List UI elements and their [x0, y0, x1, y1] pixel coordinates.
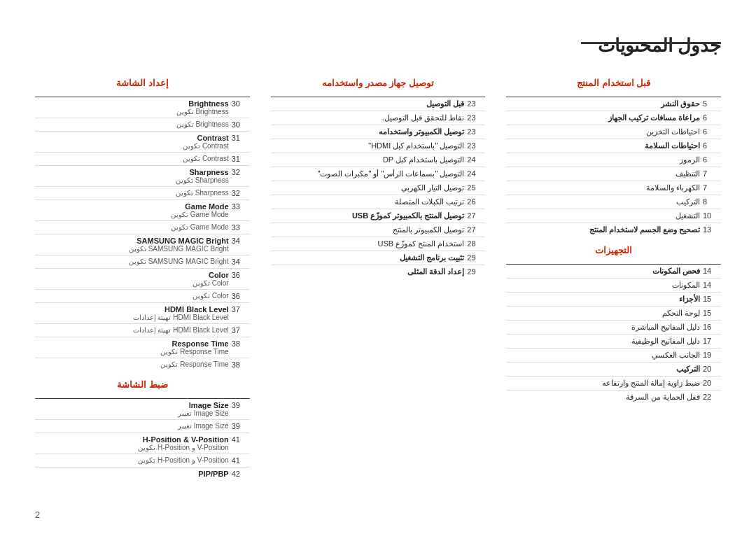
table-row: 6 احتياطات السلامة — [506, 139, 721, 153]
table-row: 33 Game Mode تكوين — [35, 221, 250, 234]
section-title-setup: إعداد الشاشة — [35, 78, 250, 91]
table-row: 38 Response Time Response Time تكوين — [35, 337, 250, 358]
table-row: 32 Sharpness Sharpness تكوين — [35, 166, 250, 187]
table-row: 22 قفل الحماية من السرقة — [506, 391, 721, 405]
section-screen-adjust: ضبط الشاشة 39 Image Size Image Size تغيي… — [35, 379, 250, 480]
right-column: قبل استخدام المنتج 5 حقوق النشر 6 مراعاة… — [506, 78, 721, 480]
table-row: 41 V-Position و H-Position تكوين — [35, 454, 250, 468]
toc-grid: قبل استخدام المنتج 5 حقوق النشر 6 مراعاة… — [35, 78, 721, 480]
table-row: 20 ضبط زاوية إمالة المنتج وارتفاعه — [506, 377, 721, 391]
table-row: 8 التركيب — [506, 195, 721, 209]
table-row: 26 ترتيب الكبلات المتصلة — [271, 195, 486, 209]
toc-table-before-use: 5 حقوق النشر 6 مراعاة مسافات تركيب الجها… — [506, 97, 721, 237]
section-title-before-use: قبل استخدام المنتج — [506, 78, 721, 91]
table-row: 6 مراعاة مسافات تركيب الجهاز — [506, 111, 721, 125]
table-row: 32 Sharpness تكوين — [35, 187, 250, 200]
table-row: 15 الأجزاء — [506, 293, 721, 307]
middle-column: توصيل جهاز مصدر واستخدامه 23 قبل التوصيل… — [271, 78, 486, 480]
table-row: 24 التوصيل "بسماعات الرأس" أو "مكبرات ال… — [271, 167, 486, 181]
table-row: 31 Contrast تكوين — [35, 153, 250, 166]
toc-table-gear: 14 فحص المكونات 14 المكونات 15 الأجزاء 1… — [506, 264, 721, 404]
toc-table-setup: 30 Brightness Brightness تكوين 30 Bright… — [35, 97, 250, 371]
table-row: 30 Brightness تكوين — [35, 118, 250, 132]
table-row: 6 احتياطات التخزين — [506, 125, 721, 139]
table-row: 19 الجانب العكسي — [506, 349, 721, 363]
table-row: 5 حقوق النشر — [506, 97, 721, 111]
table-row: 23 قبل التوصيل — [271, 97, 486, 111]
table-row: 29 إعداد الدقة المثلى — [271, 265, 486, 279]
table-row: 30 Brightness Brightness تكوين — [35, 97, 250, 118]
table-row: 29 تثبيت برنامج التشغيل — [271, 251, 486, 265]
table-row: 6 الرموز — [506, 153, 721, 167]
table-row: 34 SAMSUNG MAGIC Bright SAMSUNG MAGIC Br… — [35, 234, 250, 255]
section-title-connect: توصيل جهاز مصدر واستخدامه — [271, 78, 486, 91]
page-number: 2 — [35, 510, 40, 520]
table-row: 14 فحص المكونات — [506, 265, 721, 279]
toc-table-adjust: 39 Image Size Image Size تغيير 39 Image … — [35, 398, 250, 480]
table-row: 14 المكونات — [506, 279, 721, 293]
table-row: 23 نقاط للتحقق قبل التوصيل. — [271, 111, 486, 125]
section-title-gear: التجهيزات — [506, 245, 721, 258]
row-num: 5 — [701, 97, 721, 111]
toc-table-connect: 23 قبل التوصيل 23 نقاط للتحقق قبل التوصي… — [271, 97, 486, 279]
table-row: 39 Image Size تغيير — [35, 420, 250, 433]
table-row: 39 Image Size Image Size تغيير — [35, 399, 250, 420]
table-row: 38 Response Time تكوين — [35, 358, 250, 372]
section-gear: التجهيزات 14 فحص المكونات 14 المكونات 15… — [506, 245, 721, 404]
table-row: 37 HDMI Black Level تهيئة إعدادات — [35, 324, 250, 337]
table-row: 31 Contrast Contrast تكوين — [35, 132, 250, 153]
table-row: 24 التوصيل باستخدام كبل DP — [271, 153, 486, 167]
table-row: 37 HDMI Black Level HDMI Black Level تهي… — [35, 303, 250, 324]
table-row: 27 توصيل الكمبيوتر بالمنتج — [271, 223, 486, 237]
table-row: 7 الكهرباء والسلامة — [506, 181, 721, 195]
table-row: 25 توصيل التيار الكهربي — [271, 181, 486, 195]
left-column: إعداد الشاشة 30 Brightness Brightness تك… — [35, 78, 250, 480]
table-row: 20 التركيب — [506, 363, 721, 377]
page-title: جدول المحتويات — [35, 21, 721, 57]
table-row: 42 PIP/PBP — [35, 468, 250, 481]
decorative-line — [581, 42, 721, 44]
table-row: 7 التنظيف — [506, 167, 721, 181]
table-row: 41 H-Position & V-Position V-Position و … — [35, 433, 250, 454]
table-row: 13 تصحيح وضع الجسم لاستخدام المنتج — [506, 223, 721, 237]
table-row: 23 توصيل الكمبيوتر واستخدامه — [271, 125, 486, 139]
table-row: 16 دليل المفاتيح المباشرة — [506, 321, 721, 335]
table-row: 36 Color Color تكوين — [35, 269, 250, 290]
table-row: 34 SAMSUNG MAGIC Bright تكوين — [35, 255, 250, 269]
table-row: 27 توصيل المنتج بالكمبيوتر كموزّع USB — [271, 209, 486, 223]
page: جدول المحتويات قبل استخدام المنتج 5 حقوق… — [0, 0, 756, 534]
table-row: 33 Game Mode Game Mode تكوين — [35, 200, 250, 221]
table-row: 17 دليل المفاتيح الوظيفية — [506, 335, 721, 349]
table-row: 23 التوصيل "باستخدام كبل HDMI" — [271, 139, 486, 153]
table-row: 28 استخدام المنتج كموزّع USB — [271, 237, 486, 251]
section-title-adjust: ضبط الشاشة — [35, 379, 250, 393]
table-row: 15 لوحة التحكم — [506, 307, 721, 321]
table-row: 36 Color تكوين — [35, 290, 250, 303]
table-row: 10 التشغيل — [506, 209, 721, 223]
row-text: حقوق النشر — [506, 97, 701, 111]
